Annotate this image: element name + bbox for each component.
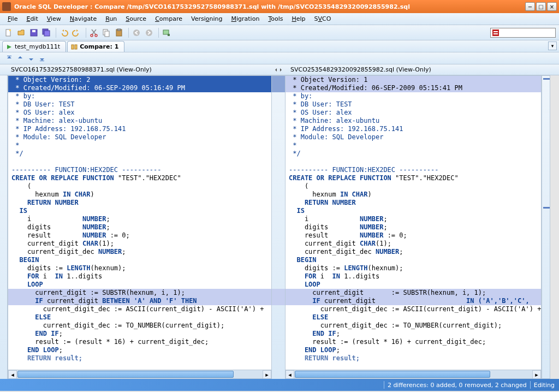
saveall-button[interactable] [41,27,52,38]
app-icon [2,2,11,11]
maximize-button[interactable]: □ [536,2,546,11]
copy-button[interactable] [101,27,112,38]
svg-rect-5 [44,31,50,36]
menu-tools[interactable]: Tools [264,14,287,23]
menu-source[interactable]: Source [121,14,151,23]
diff-summary: 2 differences: 0 added, 0 removed, 2 cha… [388,382,527,389]
toolbar [0,25,559,40]
svg-rect-22 [40,61,44,61]
scroll-left-icon[interactable]: ◂ [8,370,17,379]
right-code-pane[interactable]: * Object Version: 1 * Created/Modified: … [285,75,542,379]
redo-button[interactable] [71,27,82,38]
tab-label: test_mydb111t [15,43,60,50]
right-code: * Object Version: 1 * Created/Modified: … [286,76,541,363]
svg-rect-17 [493,31,498,32]
prev-diff-button[interactable] [15,54,25,63]
menu-run[interactable]: Run [101,14,121,23]
svg-point-6 [91,34,93,37]
tab-strip: test_mydb111t Compare: 1 ▾ [0,40,559,52]
svg-point-12 [133,29,140,36]
search-icon [492,29,499,37]
close-button[interactable]: × [547,2,557,11]
left-file-header: SVCO16175329527580988371.sql (View-Only) [0,64,272,75]
swap-button[interactable] [272,64,285,75]
svg-rect-19 [72,45,74,49]
svg-point-13 [146,29,152,36]
svg-rect-20 [75,45,77,49]
editing-mode: Editing [534,382,555,389]
search-box[interactable] [490,28,556,38]
svg-rect-11 [117,29,121,31]
run-icon [6,44,13,50]
right-h-scrollbar[interactable]: ◂ ▸ [286,370,541,378]
svg-rect-16 [492,29,499,36]
tab-label: Compare: 1 [80,43,118,50]
menu-versioning[interactable]: Versioning [187,14,227,23]
compare-icon [71,44,78,50]
svg-rect-18 [493,33,498,34]
svg-rect-9 [105,31,109,37]
menu-compare[interactable]: Compare [151,14,187,23]
scroll-left-icon[interactable]: ◂ [286,370,294,379]
svg-rect-1 [9,29,11,31]
new-button[interactable] [3,27,14,38]
menu-navigate[interactable]: Navigate [66,14,101,23]
svg-rect-14 [163,30,169,34]
right-file-header: SVCO25354829320092855982.sql (View-Only) [285,64,559,75]
tab-compare[interactable]: Compare: 1 [67,41,124,52]
svg-rect-3 [32,30,35,32]
overview-ruler[interactable] [542,75,550,379]
left-code: * Object Version: 2 * Created/Modified: … [8,76,271,363]
menu-edit[interactable]: Edit [22,14,42,23]
scroll-right-icon[interactable]: ▸ [263,370,271,379]
back-button[interactable] [131,27,142,38]
compare-panes: * Object Version: 2 * Created/Modified: … [0,75,559,379]
menu-file[interactable]: File [3,14,22,23]
connections-button[interactable] [161,27,172,38]
left-code-pane[interactable]: * Object Version: 2 * Created/Modified: … [8,75,272,379]
minimize-button[interactable]: − [525,2,535,11]
diff-connector [272,75,285,379]
left-h-scrollbar[interactable]: ◂ ▸ [8,370,271,378]
scroll-right-icon[interactable]: ▸ [532,370,541,379]
menu-migration[interactable]: Migration [227,14,264,23]
menu-view[interactable]: View [43,14,66,23]
status-bar: 2 differences: 0 added, 0 removed, 2 cha… [0,379,559,391]
svg-rect-21 [7,56,11,56]
window-titlebar: Oracle SQL Developer : Compare /tmp/SVCO… [0,0,559,13]
undo-button[interactable] [58,27,69,38]
window-title: Oracle SQL Developer : Compare /tmp/SVCO… [14,3,524,10]
compare-headers: SVCO16175329527580988371.sql (View-Only)… [0,64,559,75]
paste-button[interactable] [114,27,124,38]
first-diff-button[interactable] [4,54,14,63]
forward-button[interactable] [144,27,154,38]
cut-button[interactable] [88,27,99,38]
left-margin [0,75,8,379]
menu-bar: File Edit View Navigate Run Source Compa… [0,13,559,25]
menu-help[interactable]: Help [287,14,310,23]
save-button[interactable] [28,27,39,38]
next-diff-button[interactable] [26,54,36,63]
diff-nav-bar [0,52,559,64]
menu-svco[interactable]: SVCO [310,14,336,23]
collapse-button[interactable]: ▾ [548,41,557,50]
svg-point-7 [95,34,97,37]
last-diff-button[interactable] [37,54,47,63]
svg-rect-15 [168,34,170,36]
open-button[interactable] [16,27,27,38]
tab-test-mydb[interactable]: test_mydb111t [2,41,66,52]
